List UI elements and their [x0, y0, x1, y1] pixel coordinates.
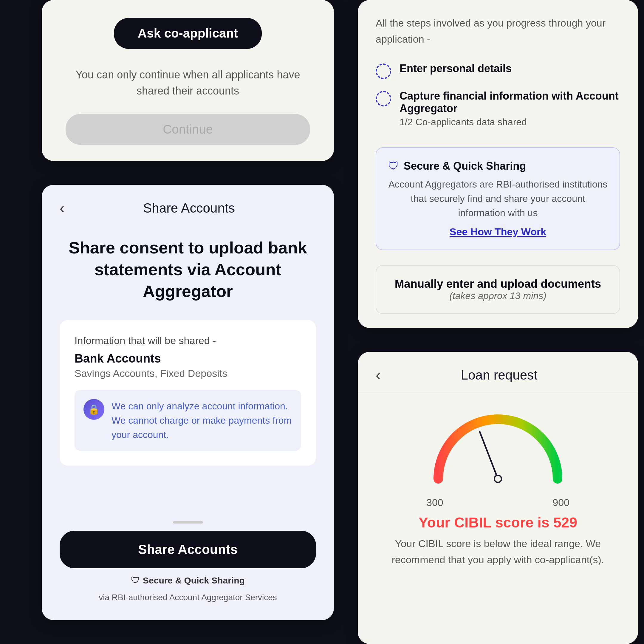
- progress-desc: All the steps involved as you progress t…: [376, 15, 620, 47]
- bank-accounts-sub: Savings Accounts, Fixed Deposits: [75, 368, 301, 379]
- notice-text: We can only analyze account information.…: [112, 399, 292, 442]
- shield-small-icon: 🛡: [131, 575, 140, 586]
- cibil-content: 300 900 Your CIBIL score is 529 Your CIB…: [358, 392, 638, 586]
- share-accounts-card: ‹ Share Accounts Share consent to upload…: [42, 185, 334, 620]
- hint-text: You can only continue when all applicant…: [66, 67, 310, 99]
- cibil-desc: Your CIBIL score is below the ideal rang…: [376, 535, 620, 568]
- loan-back-button[interactable]: ‹: [376, 367, 380, 383]
- info-label: Information that will be shared -: [75, 335, 301, 346]
- step-1-text: Enter personal details: [400, 62, 512, 75]
- step-1: Enter personal details: [376, 62, 620, 79]
- bank-accounts-title: Bank Accounts: [75, 352, 301, 365]
- info-card: Information that will be shared - Bank A…: [60, 320, 316, 466]
- step-circle-2: [376, 91, 391, 106]
- loan-header: ‹ Loan request: [358, 352, 638, 392]
- share-accounts-content: Share consent to upload bank statements …: [42, 225, 334, 620]
- right-top-card: All the steps involved as you progress t…: [358, 0, 638, 328]
- step-2-text: Capture financial information with Accou…: [400, 90, 620, 115]
- see-how-link[interactable]: See How They Work: [388, 226, 608, 238]
- step-circle-1: [376, 64, 391, 79]
- manual-box: Manually enter and upload documents (tak…: [376, 265, 620, 314]
- continue-button-disabled: Continue: [66, 114, 310, 145]
- gauge-label-min: 300: [426, 497, 443, 508]
- gauge-labels: 300 900: [423, 497, 572, 508]
- svg-point-1: [494, 475, 501, 482]
- bottom-section: Share Accounts 🛡 Secure & Quick Sharing …: [60, 521, 316, 602]
- scroll-indicator: [173, 521, 203, 524]
- step-2: Capture financial information with Accou…: [376, 90, 620, 128]
- rbi-text: via RBI-authorised Account Aggregator Se…: [99, 593, 277, 602]
- aa-title: Secure & Quick Sharing: [404, 160, 526, 172]
- aa-desc: Account Aggregators are RBI-authorised i…: [388, 177, 608, 220]
- aa-info-box: 🛡 Secure & Quick Sharing Account Aggrega…: [376, 147, 620, 250]
- loan-request-card: ‹ Loan request: [358, 352, 638, 644]
- gauge-container: [423, 404, 572, 488]
- share-accounts-button[interactable]: Share Accounts: [60, 531, 316, 568]
- top-left-card: Ask co-applicant You can only continue w…: [42, 0, 334, 161]
- shield-icon: 🔒: [83, 399, 104, 420]
- share-accounts-header: ‹ Share Accounts: [42, 185, 334, 225]
- secure-sharing-label: 🛡 Secure & Quick Sharing: [131, 575, 245, 586]
- manual-title: Manually enter and upload documents: [388, 278, 608, 290]
- ask-coapplicant-button[interactable]: Ask co-applicant: [114, 18, 262, 49]
- share-consent-heading: Share consent to upload bank statements …: [60, 237, 316, 302]
- svg-line-0: [480, 432, 498, 479]
- loan-title: Loan request: [392, 368, 606, 383]
- cibil-score-text: Your CIBIL score is 529: [419, 514, 577, 531]
- step-2-sub: 1/2 Co-applicants data shared: [400, 117, 620, 128]
- gauge-svg: [423, 404, 572, 488]
- manual-sub: (takes approx 13 mins): [388, 290, 608, 301]
- cibil-score-value: 529: [553, 515, 577, 530]
- aa-info-header: 🛡 Secure & Quick Sharing: [388, 160, 608, 172]
- aa-shield-icon: 🛡: [388, 160, 399, 172]
- back-button[interactable]: ‹: [60, 200, 64, 216]
- share-accounts-title: Share Accounts: [76, 201, 302, 216]
- notice-box: 🔒 We can only analyze account informatio…: [75, 390, 301, 451]
- gauge-label-max: 900: [552, 497, 569, 508]
